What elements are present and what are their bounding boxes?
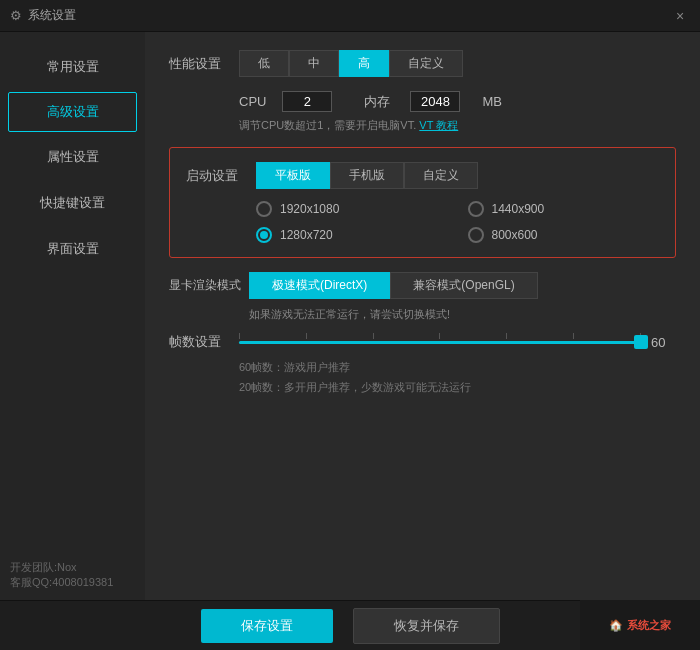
fps-tick-4 bbox=[439, 333, 440, 339]
gear-icon: ⚙ bbox=[10, 8, 22, 23]
gpu-btn-directx[interactable]: 极速模式(DirectX) bbox=[249, 272, 390, 299]
mem-label: 内存 bbox=[364, 93, 390, 111]
resolution-1920-label: 1920x1080 bbox=[280, 202, 339, 216]
startup-btn-group: 平板版 手机版 自定义 bbox=[256, 162, 478, 189]
fps-tick-1 bbox=[239, 333, 240, 339]
resolution-800[interactable]: 800x600 bbox=[468, 227, 660, 243]
fps-thumb[interactable] bbox=[634, 335, 648, 349]
cpu-input[interactable] bbox=[282, 91, 332, 112]
radio-1920[interactable] bbox=[256, 201, 272, 217]
save-button[interactable]: 保存设置 bbox=[201, 609, 333, 643]
resolution-1440[interactable]: 1440x900 bbox=[468, 201, 660, 217]
radio-1440[interactable] bbox=[468, 201, 484, 217]
resolution-800-label: 800x600 bbox=[492, 228, 538, 242]
resolution-1440-label: 1440x900 bbox=[492, 202, 545, 216]
sidebar-item-ui[interactable]: 界面设置 bbox=[0, 228, 145, 270]
bottom-bar: 保存设置 恢复并保存 🏠 系统之家 bbox=[0, 600, 700, 650]
sidebar: 常用设置 高级设置 属性设置 快捷键设置 界面设置 开发团队:Nox 客服QQ:… bbox=[0, 32, 145, 600]
gpu-note: 如果游戏无法正常运行，请尝试切换模式! bbox=[169, 307, 676, 322]
perf-btn-high[interactable]: 高 bbox=[339, 50, 389, 77]
sidebar-item-general[interactable]: 常用设置 bbox=[0, 46, 145, 88]
fps-tick-5 bbox=[506, 333, 507, 339]
startup-btn-tablet[interactable]: 平板版 bbox=[256, 162, 330, 189]
mem-unit: MB bbox=[482, 94, 502, 109]
performance-row: 性能设置 低 中 高 自定义 bbox=[169, 50, 676, 77]
startup-btn-custom[interactable]: 自定义 bbox=[404, 162, 478, 189]
gpu-row: 显卡渲染模式 极速模式(DirectX) 兼容模式(OpenGL) bbox=[169, 272, 676, 299]
fps-track[interactable] bbox=[239, 341, 641, 344]
fps-note-1: 60帧数：游戏用户推荐 bbox=[239, 358, 676, 378]
fps-ticks bbox=[239, 333, 641, 339]
qq-label: 客服QQ:4008019381 bbox=[10, 575, 113, 590]
resolution-grid: 1920x1080 1440x900 1280x720 800x600 bbox=[186, 201, 659, 243]
startup-label: 启动设置 bbox=[186, 167, 256, 185]
restore-button[interactable]: 恢复并保存 bbox=[353, 608, 500, 644]
cpu-label: CPU bbox=[239, 94, 266, 109]
fps-notes: 60帧数：游戏用户推荐 20帧数：多开用户推荐，少数游戏可能无法运行 bbox=[169, 358, 676, 398]
fps-value: 60 bbox=[651, 335, 676, 350]
startup-btn-mobile[interactable]: 手机版 bbox=[330, 162, 404, 189]
resolution-1280-label: 1280x720 bbox=[280, 228, 333, 242]
title-bar: ⚙ 系统设置 × bbox=[0, 0, 700, 32]
fps-label: 帧数设置 bbox=[169, 333, 239, 351]
radio-800[interactable] bbox=[468, 227, 484, 243]
footer-info: 开发团队:Nox 客服QQ:4008019381 bbox=[10, 560, 113, 590]
gpu-label: 显卡渲染模式 bbox=[169, 277, 249, 294]
close-button[interactable]: × bbox=[676, 9, 690, 23]
fps-fill bbox=[239, 341, 641, 344]
radio-1280[interactable] bbox=[256, 227, 272, 243]
sidebar-item-shortcuts[interactable]: 快捷键设置 bbox=[0, 182, 145, 224]
startup-mode-row: 启动设置 平板版 手机版 自定义 bbox=[186, 162, 659, 189]
window-title: 系统设置 bbox=[28, 7, 76, 24]
dev-team-label: 开发团队:Nox bbox=[10, 560, 113, 575]
resolution-1920[interactable]: 1920x1080 bbox=[256, 201, 448, 217]
vt-note: 调节CPU数超过1，需要开启电脑VT. VT 教程 bbox=[169, 118, 676, 133]
fps-row: 帧数设置 60 bbox=[169, 332, 676, 352]
perf-btn-mid[interactable]: 中 bbox=[289, 50, 339, 77]
performance-btn-group: 低 中 高 自定义 bbox=[239, 50, 463, 77]
gpu-btn-opengl[interactable]: 兼容模式(OpenGL) bbox=[390, 272, 537, 299]
gpu-btn-group: 极速模式(DirectX) 兼容模式(OpenGL) bbox=[249, 272, 538, 299]
mem-input[interactable] bbox=[410, 91, 460, 112]
performance-label: 性能设置 bbox=[169, 55, 239, 73]
watermark: 🏠 系统之家 bbox=[580, 600, 700, 650]
main-layout: 常用设置 高级设置 属性设置 快捷键设置 界面设置 开发团队:Nox 客服QQ:… bbox=[0, 32, 700, 600]
fps-note-2: 20帧数：多开用户推荐，少数游戏可能无法运行 bbox=[239, 378, 676, 398]
fps-tick-2 bbox=[306, 333, 307, 339]
vt-link[interactable]: VT 教程 bbox=[419, 119, 458, 131]
perf-btn-low[interactable]: 低 bbox=[239, 50, 289, 77]
fps-slider-wrap bbox=[239, 332, 641, 352]
sidebar-item-advanced[interactable]: 高级设置 bbox=[8, 92, 137, 132]
resolution-1280[interactable]: 1280x720 bbox=[256, 227, 448, 243]
cpu-mem-row: CPU 内存 MB bbox=[169, 91, 676, 112]
vt-note-text: 调节CPU数超过1，需要开启电脑VT. bbox=[239, 119, 416, 131]
fps-tick-6 bbox=[573, 333, 574, 339]
perf-btn-custom[interactable]: 自定义 bbox=[389, 50, 463, 77]
sidebar-item-properties[interactable]: 属性设置 bbox=[0, 136, 145, 178]
startup-box: 启动设置 平板版 手机版 自定义 1920x1080 1440x900 bbox=[169, 147, 676, 258]
watermark-text: 🏠 系统之家 bbox=[609, 618, 670, 633]
title-bar-left: ⚙ 系统设置 bbox=[10, 7, 76, 24]
content-area: 性能设置 低 中 高 自定义 CPU 内存 MB 调节CPU数超过1，需要开启电… bbox=[145, 32, 700, 600]
fps-tick-3 bbox=[373, 333, 374, 339]
